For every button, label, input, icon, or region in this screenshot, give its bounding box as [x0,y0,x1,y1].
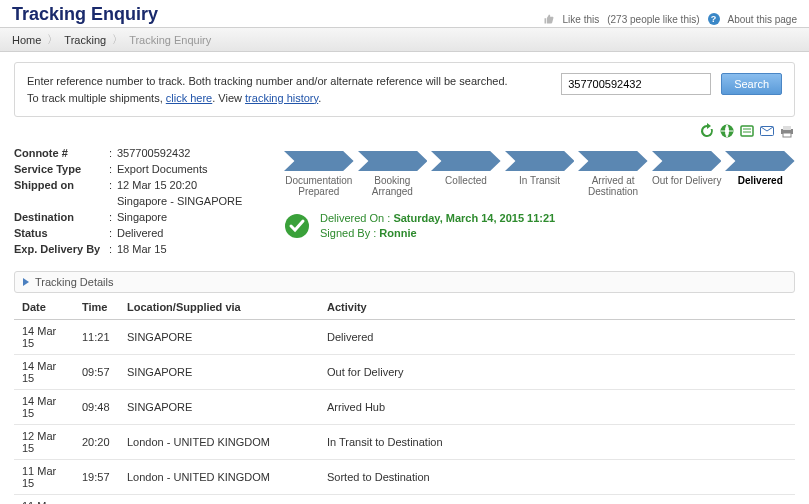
step-label: Collected [431,175,501,186]
breadcrumb-home[interactable]: Home [12,34,41,46]
step-label: Documentation Prepared [284,175,354,197]
globe-icon[interactable] [719,123,735,139]
shipped-label: Shipped on [14,179,109,191]
cell-loc: London - UNITED KINGDOM [119,460,319,495]
click-here-link[interactable]: click here [166,92,212,104]
arrow-icon [358,151,428,171]
progress-step: Delivered [725,151,795,197]
arrow-icon [284,151,354,171]
cell-date: 11 Mar 15 [14,495,74,505]
cell-loc: SINGAPORE [119,355,319,390]
tracking-details-label: Tracking Details [35,276,113,288]
expdelivery-value: 18 Mar 15 [117,243,264,255]
cell-date: 12 Mar 15 [14,425,74,460]
breadcrumb-current: Tracking Enquiry [129,34,211,46]
destination-value: Singapore [117,211,264,223]
cell-loc: SINGAPORE [119,390,319,425]
cell-act: Sorted to Destination [319,460,795,495]
print-icon[interactable] [779,123,795,139]
breadcrumb: Home 〉 Tracking 〉 Tracking Enquiry [0,27,809,52]
expand-icon [23,278,29,286]
arrow-icon [505,151,575,171]
chevron-right-icon: 〉 [47,32,58,47]
svg-marker-10 [578,151,648,171]
arrow-icon [725,151,795,171]
svg-marker-11 [652,151,722,171]
cell-time: 19:22 [74,495,119,505]
step-label: Arrived at Destination [578,175,648,197]
svg-marker-12 [725,151,795,171]
chevron-right-icon: 〉 [112,32,123,47]
shipped-value: 12 Mar 15 20:20 [117,179,264,191]
cell-act: Arrived Hub [319,390,795,425]
cell-time: 09:48 [74,390,119,425]
cell-date: 14 Mar 15 [14,390,74,425]
progress-step: Booking Arranged [358,151,428,197]
search-input[interactable] [561,73,711,95]
like-label[interactable]: Like this [563,14,600,25]
svg-rect-4 [783,126,791,130]
email-icon[interactable] [759,123,775,139]
cell-act: Arrived Hub [319,495,795,505]
cell-act: Delivered [319,320,795,355]
cell-loc: London - UNITED KINGDOM [119,495,319,505]
cell-time: 20:20 [74,425,119,460]
cell-time: 09:57 [74,355,119,390]
table-row: 14 Mar 1509:57SINGAPOREOut for Delivery [14,355,795,390]
connote-label: Connote # [14,147,109,159]
signed-by-label: Signed By : [320,227,376,239]
svg-rect-5 [783,133,791,137]
table-row: 14 Mar 1509:48SINGAPOREArrived Hub [14,390,795,425]
step-label: Out for Delivery [652,175,722,186]
tracking-table: Date Time Location/Supplied via Activity… [14,295,795,504]
col-location: Location/Supplied via [119,295,319,320]
breadcrumb-tracking[interactable]: Tracking [64,34,106,46]
progress-steps: Documentation PreparedBooking ArrangedCo… [284,151,795,197]
svg-rect-1 [741,126,753,136]
arrow-icon [578,151,648,171]
search-button[interactable]: Search [721,73,782,95]
col-time: Time [74,295,119,320]
col-activity: Activity [319,295,795,320]
cell-date: 14 Mar 15 [14,320,74,355]
summary-panel: Connote #:357700592432 Service Type:Expo… [14,145,264,257]
table-row: 12 Mar 1520:20London - UNITED KINGDOMIn … [14,425,795,460]
tracking-details-header[interactable]: Tracking Details [14,271,795,293]
destination-label: Destination [14,211,109,223]
table-row: 11 Mar 1519:57London - UNITED KINGDOMSor… [14,460,795,495]
shipped-origin: Singapore - SINGAPORE [117,195,264,207]
cell-act: Out for Delivery [319,355,795,390]
info-icon[interactable]: ? [708,13,720,25]
search-help-line2: To track multiple shipments, click here.… [27,90,551,107]
signed-by-value: Ronnie [379,227,416,239]
cell-date: 14 Mar 15 [14,355,74,390]
like-count: (273 people like this) [607,14,699,25]
service-label: Service Type [14,163,109,175]
cell-time: 19:57 [74,460,119,495]
cell-date: 11 Mar 15 [14,460,74,495]
step-label: Booking Arranged [358,175,428,197]
about-label[interactable]: About this page [728,14,798,25]
cell-loc: SINGAPORE [119,320,319,355]
status-value: Delivered [117,227,264,239]
table-row: 11 Mar 1519:22London - UNITED KINGDOMArr… [14,495,795,505]
progress-step: Documentation Prepared [284,151,354,197]
svg-marker-8 [431,151,501,171]
progress-step: Out for Delivery [652,151,722,197]
table-row: 14 Mar 1511:21SINGAPOREDelivered [14,320,795,355]
cell-time: 11:21 [74,320,119,355]
connote-value: 357700592432 [117,147,264,159]
expdelivery-label: Exp. Delivery By [14,243,109,255]
status-label: Status [14,227,109,239]
search-help-line1: Enter reference number to track. Both tr… [27,73,551,90]
step-label: Delivered [725,175,795,186]
col-date: Date [14,295,74,320]
progress-step: In Transit [505,151,575,197]
refresh-icon[interactable] [699,123,715,139]
export-icon[interactable] [739,123,755,139]
svg-marker-9 [505,151,575,171]
like-icon[interactable] [543,13,555,25]
tracking-history-link[interactable]: tracking history [245,92,318,104]
service-value: Export Documents [117,163,264,175]
cell-loc: London - UNITED KINGDOM [119,425,319,460]
